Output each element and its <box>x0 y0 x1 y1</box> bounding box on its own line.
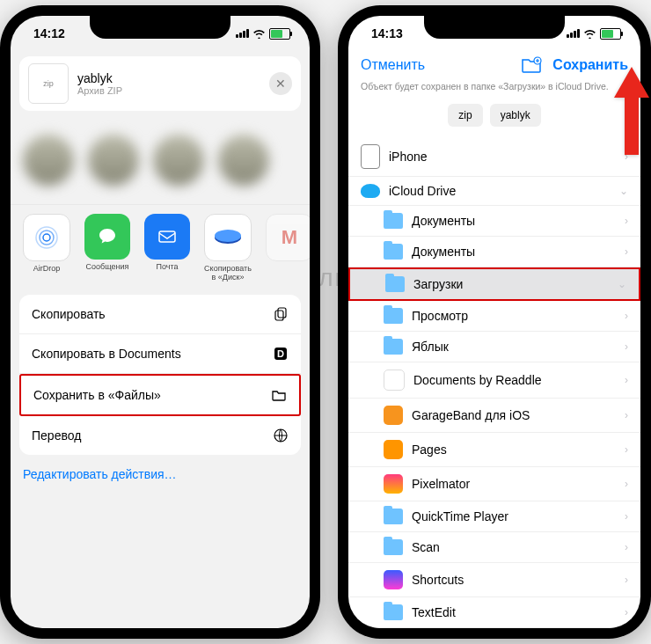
folder-downloads[interactable]: Загрузки⌄ <box>348 267 640 301</box>
yandex-disk-app[interactable]: Скопировать в «Диск» <box>204 214 252 282</box>
folder-icon <box>384 308 403 324</box>
messages-app[interactable]: Сообщения <box>84 214 130 282</box>
folder-quicktime[interactable]: QuickTime Player› <box>348 501 640 532</box>
app-icon <box>384 440 403 459</box>
wifi-icon <box>583 29 596 39</box>
folder-pixelmator[interactable]: Pixelmator› <box>348 467 640 501</box>
chevron-right-icon: › <box>625 443 628 456</box>
globe-icon <box>273 428 289 443</box>
signal-icon <box>236 29 249 38</box>
folder-label: Документы <box>412 245 475 259</box>
chevron-right-icon: › <box>625 541 628 553</box>
chip-filename[interactable]: yablyk <box>490 104 541 127</box>
share-actions-list: Скопировать Скопировать в Documents D Со… <box>19 295 301 455</box>
location-icloud-label: iCloud Drive <box>389 184 456 198</box>
contact-avatar[interactable] <box>23 135 74 186</box>
folder-label: TextEdit <box>412 605 456 619</box>
signal-icon <box>567 29 580 38</box>
folder-documents[interactable]: Документы› <box>348 206 640 237</box>
phone-left: 14:12 zip yablyk Архив ZIP ✕ <box>0 5 320 639</box>
chevron-right-icon: › <box>625 374 628 386</box>
app-icon <box>384 570 403 589</box>
folder-icon <box>384 244 403 260</box>
folder-shortcuts[interactable]: Shortcuts› <box>348 563 640 597</box>
svg-rect-3 <box>159 231 175 242</box>
svg-text:D: D <box>277 348 284 359</box>
folder-icon <box>271 387 287 403</box>
zip-file-icon: zip <box>28 63 69 104</box>
folder-icon <box>384 339 403 355</box>
svg-point-5 <box>215 230 241 242</box>
folder-label: Документы <box>412 214 475 228</box>
contact-avatar[interactable] <box>153 135 204 186</box>
app-icon <box>384 474 403 494</box>
folder-label: GarageBand для iOS <box>412 408 530 422</box>
share-subtitle: Архив ZIP <box>77 85 260 96</box>
action-translate-label: Перевод <box>32 428 81 443</box>
share-apps-row: AirDrop Сообщения Почта Скопировать в «Д… <box>11 204 310 295</box>
svg-rect-7 <box>278 308 286 318</box>
svg-rect-6 <box>275 311 283 320</box>
locations-list: iPhone › iCloud Drive ⌄ Документы› Докум… <box>348 137 640 628</box>
chevron-right-icon: › <box>625 606 628 618</box>
status-time: 14:12 <box>33 26 65 40</box>
folder-icon <box>384 604 403 620</box>
folder-documents-readdle[interactable]: Documents by Readdle› <box>348 362 640 399</box>
chevron-right-icon: › <box>625 574 628 586</box>
save-nav-bar: Отменить Сохранить <box>348 51 640 77</box>
chevron-down-icon: ⌄ <box>618 278 626 290</box>
file-chips: zip yablyk <box>348 100 640 137</box>
icloud-icon <box>361 184 380 198</box>
cancel-button[interactable]: Отменить <box>361 57 425 73</box>
iphone-icon <box>361 144 380 169</box>
folder-yablyk[interactable]: Яблык› <box>348 332 640 362</box>
folder-icon <box>384 539 403 555</box>
action-copy[interactable]: Скопировать <box>19 295 301 334</box>
folder-label: Documents by Readdle <box>413 373 542 387</box>
folder-preview[interactable]: Просмотр› <box>348 301 640 332</box>
chevron-right-icon: › <box>625 340 628 353</box>
share-header: zip yablyk Архив ZIP ✕ <box>19 56 301 111</box>
chevron-down-icon: ⌄ <box>619 185 628 197</box>
gmail-app[interactable]: M <box>266 214 310 282</box>
folder-label: Shortcuts <box>412 573 464 587</box>
folder-icon <box>384 213 403 229</box>
action-save-to-files[interactable]: Сохранить в «Файлы» <box>19 374 301 416</box>
mail-app[interactable]: Почта <box>144 214 190 282</box>
contact-avatar[interactable] <box>88 135 139 186</box>
edit-actions-link[interactable]: Редактировать действия… <box>23 467 297 481</box>
battery-icon <box>600 28 621 40</box>
app-icon <box>384 370 405 391</box>
action-copy-documents[interactable]: Скопировать в Documents D <box>19 334 301 374</box>
folder-scan[interactable]: Scan› <box>348 532 640 563</box>
folder-icon <box>384 509 403 524</box>
location-iphone-label: iPhone <box>389 150 428 164</box>
red-arrow-annotation <box>605 58 651 167</box>
mail-label: Почта <box>144 263 190 272</box>
action-copy-documents-label: Скопировать в Documents <box>32 347 181 361</box>
status-time: 14:13 <box>371 26 403 40</box>
new-folder-icon[interactable] <box>521 56 542 74</box>
action-save-files-label: Сохранить в «Файлы» <box>33 388 161 402</box>
folder-pages[interactable]: Pages› <box>348 433 640 467</box>
action-translate[interactable]: Перевод <box>19 416 301 455</box>
folder-documents[interactable]: Документы› <box>348 237 640 267</box>
documents-icon: D <box>273 346 289 362</box>
save-hint-text: Объект будет сохранен в папке «Загрузки»… <box>348 77 640 100</box>
svg-point-1 <box>40 231 54 245</box>
gmail-icon: M <box>266 214 310 261</box>
airdrop-app[interactable]: AirDrop <box>23 214 70 282</box>
location-iphone[interactable]: iPhone › <box>348 137 640 177</box>
folder-textedit[interactable]: TextEdit› <box>348 597 640 628</box>
wifi-icon <box>252 29 266 39</box>
chevron-right-icon: › <box>625 510 628 523</box>
airdrop-label: AirDrop <box>23 265 70 274</box>
close-button[interactable]: ✕ <box>269 72 292 95</box>
messages-icon <box>84 214 130 260</box>
location-icloud[interactable]: iCloud Drive ⌄ <box>348 177 640 206</box>
chevron-right-icon: › <box>625 409 628 421</box>
action-copy-label: Скопировать <box>32 307 106 321</box>
chip-zip: zip <box>448 104 482 127</box>
contact-avatar[interactable] <box>218 135 269 186</box>
folder-garageband[interactable]: GarageBand для iOS› <box>348 399 640 433</box>
